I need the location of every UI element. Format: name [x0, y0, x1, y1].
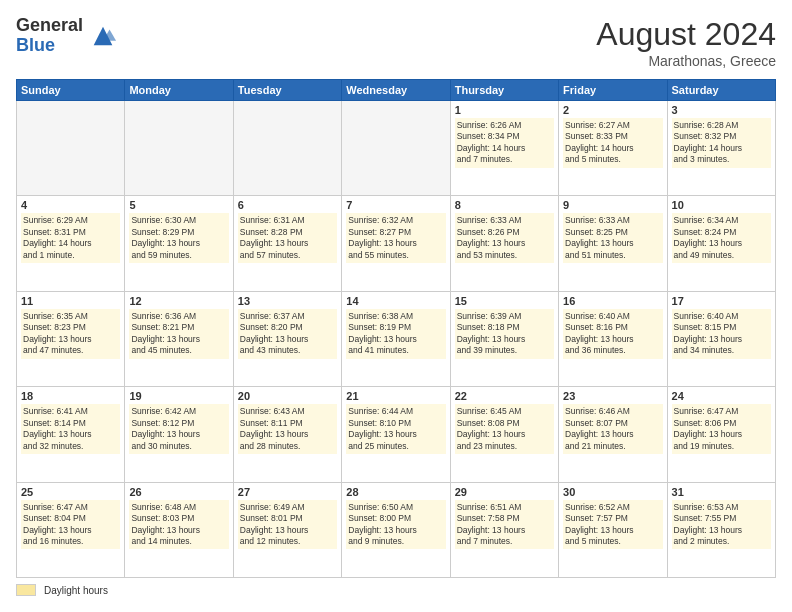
- col-wednesday: Wednesday: [342, 80, 450, 101]
- calendar-cell: 12Sunrise: 6:36 AM Sunset: 8:21 PM Dayli…: [125, 291, 233, 386]
- calendar-cell: 8Sunrise: 6:33 AM Sunset: 8:26 PM Daylig…: [450, 196, 558, 291]
- day-info: Sunrise: 6:26 AM Sunset: 8:34 PM Dayligh…: [455, 118, 554, 168]
- calendar-cell: 6Sunrise: 6:31 AM Sunset: 8:28 PM Daylig…: [233, 196, 341, 291]
- calendar-cell: [233, 101, 341, 196]
- day-number: 29: [455, 486, 554, 498]
- day-number: 4: [21, 199, 120, 211]
- calendar-cell: [17, 101, 125, 196]
- day-number: 8: [455, 199, 554, 211]
- footer-bar: Daylight hours: [16, 584, 776, 596]
- day-info: Sunrise: 6:39 AM Sunset: 8:18 PM Dayligh…: [455, 309, 554, 359]
- day-info: Sunrise: 6:53 AM Sunset: 7:55 PM Dayligh…: [672, 500, 771, 550]
- col-friday: Friday: [559, 80, 667, 101]
- day-number: 1: [455, 104, 554, 116]
- title-block: August 2024 Marathonas, Greece: [596, 16, 776, 69]
- calendar-cell: 15Sunrise: 6:39 AM Sunset: 8:18 PM Dayli…: [450, 291, 558, 386]
- day-info: Sunrise: 6:45 AM Sunset: 8:08 PM Dayligh…: [455, 404, 554, 454]
- day-info: Sunrise: 6:38 AM Sunset: 8:19 PM Dayligh…: [346, 309, 445, 359]
- day-number: 17: [672, 295, 771, 307]
- day-number: 6: [238, 199, 337, 211]
- day-info: Sunrise: 6:27 AM Sunset: 8:33 PM Dayligh…: [563, 118, 662, 168]
- daylight-swatch: [16, 584, 36, 596]
- calendar-cell: 11Sunrise: 6:35 AM Sunset: 8:23 PM Dayli…: [17, 291, 125, 386]
- day-info: Sunrise: 6:33 AM Sunset: 8:26 PM Dayligh…: [455, 213, 554, 263]
- day-info: Sunrise: 6:29 AM Sunset: 8:31 PM Dayligh…: [21, 213, 120, 263]
- day-info: Sunrise: 6:30 AM Sunset: 8:29 PM Dayligh…: [129, 213, 228, 263]
- calendar-week-2: 4Sunrise: 6:29 AM Sunset: 8:31 PM Daylig…: [17, 196, 776, 291]
- day-number: 24: [672, 390, 771, 402]
- calendar-cell: 23Sunrise: 6:46 AM Sunset: 8:07 PM Dayli…: [559, 387, 667, 482]
- day-info: Sunrise: 6:31 AM Sunset: 8:28 PM Dayligh…: [238, 213, 337, 263]
- calendar-cell: 26Sunrise: 6:48 AM Sunset: 8:03 PM Dayli…: [125, 482, 233, 577]
- day-info: Sunrise: 6:41 AM Sunset: 8:14 PM Dayligh…: [21, 404, 120, 454]
- calendar-cell: [125, 101, 233, 196]
- page: General Blue August 2024 Marathonas, Gre…: [0, 0, 792, 612]
- day-number: 10: [672, 199, 771, 211]
- calendar-header-row: Sunday Monday Tuesday Wednesday Thursday…: [17, 80, 776, 101]
- day-number: 9: [563, 199, 662, 211]
- calendar-cell: [342, 101, 450, 196]
- logo: General Blue: [16, 16, 117, 56]
- day-number: 12: [129, 295, 228, 307]
- calendar-cell: 31Sunrise: 6:53 AM Sunset: 7:55 PM Dayli…: [667, 482, 775, 577]
- calendar-cell: 5Sunrise: 6:30 AM Sunset: 8:29 PM Daylig…: [125, 196, 233, 291]
- day-info: Sunrise: 6:43 AM Sunset: 8:11 PM Dayligh…: [238, 404, 337, 454]
- day-info: Sunrise: 6:40 AM Sunset: 8:16 PM Dayligh…: [563, 309, 662, 359]
- calendar-cell: 14Sunrise: 6:38 AM Sunset: 8:19 PM Dayli…: [342, 291, 450, 386]
- calendar-cell: 2Sunrise: 6:27 AM Sunset: 8:33 PM Daylig…: [559, 101, 667, 196]
- day-info: Sunrise: 6:36 AM Sunset: 8:21 PM Dayligh…: [129, 309, 228, 359]
- calendar-cell: 17Sunrise: 6:40 AM Sunset: 8:15 PM Dayli…: [667, 291, 775, 386]
- day-number: 25: [21, 486, 120, 498]
- calendar-cell: 10Sunrise: 6:34 AM Sunset: 8:24 PM Dayli…: [667, 196, 775, 291]
- calendar-cell: 16Sunrise: 6:40 AM Sunset: 8:16 PM Dayli…: [559, 291, 667, 386]
- calendar-week-5: 25Sunrise: 6:47 AM Sunset: 8:04 PM Dayli…: [17, 482, 776, 577]
- calendar-cell: 13Sunrise: 6:37 AM Sunset: 8:20 PM Dayli…: [233, 291, 341, 386]
- col-sunday: Sunday: [17, 80, 125, 101]
- calendar-cell: 28Sunrise: 6:50 AM Sunset: 8:00 PM Dayli…: [342, 482, 450, 577]
- day-info: Sunrise: 6:51 AM Sunset: 7:58 PM Dayligh…: [455, 500, 554, 550]
- day-number: 14: [346, 295, 445, 307]
- month-year: August 2024: [596, 16, 776, 53]
- day-number: 23: [563, 390, 662, 402]
- day-info: Sunrise: 6:42 AM Sunset: 8:12 PM Dayligh…: [129, 404, 228, 454]
- day-info: Sunrise: 6:33 AM Sunset: 8:25 PM Dayligh…: [563, 213, 662, 263]
- day-info: Sunrise: 6:48 AM Sunset: 8:03 PM Dayligh…: [129, 500, 228, 550]
- day-number: 7: [346, 199, 445, 211]
- day-number: 30: [563, 486, 662, 498]
- day-info: Sunrise: 6:32 AM Sunset: 8:27 PM Dayligh…: [346, 213, 445, 263]
- day-info: Sunrise: 6:50 AM Sunset: 8:00 PM Dayligh…: [346, 500, 445, 550]
- calendar-week-4: 18Sunrise: 6:41 AM Sunset: 8:14 PM Dayli…: [17, 387, 776, 482]
- day-number: 11: [21, 295, 120, 307]
- col-monday: Monday: [125, 80, 233, 101]
- day-info: Sunrise: 6:40 AM Sunset: 8:15 PM Dayligh…: [672, 309, 771, 359]
- day-number: 20: [238, 390, 337, 402]
- location: Marathonas, Greece: [596, 53, 776, 69]
- day-info: Sunrise: 6:34 AM Sunset: 8:24 PM Dayligh…: [672, 213, 771, 263]
- calendar-cell: 29Sunrise: 6:51 AM Sunset: 7:58 PM Dayli…: [450, 482, 558, 577]
- calendar-cell: 18Sunrise: 6:41 AM Sunset: 8:14 PM Dayli…: [17, 387, 125, 482]
- day-number: 28: [346, 486, 445, 498]
- day-info: Sunrise: 6:52 AM Sunset: 7:57 PM Dayligh…: [563, 500, 662, 550]
- day-info: Sunrise: 6:49 AM Sunset: 8:01 PM Dayligh…: [238, 500, 337, 550]
- header: General Blue August 2024 Marathonas, Gre…: [16, 16, 776, 69]
- calendar-cell: 1Sunrise: 6:26 AM Sunset: 8:34 PM Daylig…: [450, 101, 558, 196]
- day-info: Sunrise: 6:37 AM Sunset: 8:20 PM Dayligh…: [238, 309, 337, 359]
- day-info: Sunrise: 6:47 AM Sunset: 8:06 PM Dayligh…: [672, 404, 771, 454]
- calendar-cell: 7Sunrise: 6:32 AM Sunset: 8:27 PM Daylig…: [342, 196, 450, 291]
- logo-blue: Blue: [16, 36, 83, 56]
- calendar-cell: 19Sunrise: 6:42 AM Sunset: 8:12 PM Dayli…: [125, 387, 233, 482]
- day-info: Sunrise: 6:44 AM Sunset: 8:10 PM Dayligh…: [346, 404, 445, 454]
- day-info: Sunrise: 6:28 AM Sunset: 8:32 PM Dayligh…: [672, 118, 771, 168]
- day-number: 19: [129, 390, 228, 402]
- calendar-week-3: 11Sunrise: 6:35 AM Sunset: 8:23 PM Dayli…: [17, 291, 776, 386]
- day-number: 15: [455, 295, 554, 307]
- calendar-week-1: 1Sunrise: 6:26 AM Sunset: 8:34 PM Daylig…: [17, 101, 776, 196]
- calendar-cell: 21Sunrise: 6:44 AM Sunset: 8:10 PM Dayli…: [342, 387, 450, 482]
- day-number: 26: [129, 486, 228, 498]
- calendar-cell: 9Sunrise: 6:33 AM Sunset: 8:25 PM Daylig…: [559, 196, 667, 291]
- calendar-cell: 20Sunrise: 6:43 AM Sunset: 8:11 PM Dayli…: [233, 387, 341, 482]
- logo-icon: [89, 22, 117, 50]
- calendar-cell: 3Sunrise: 6:28 AM Sunset: 8:32 PM Daylig…: [667, 101, 775, 196]
- col-thursday: Thursday: [450, 80, 558, 101]
- day-number: 18: [21, 390, 120, 402]
